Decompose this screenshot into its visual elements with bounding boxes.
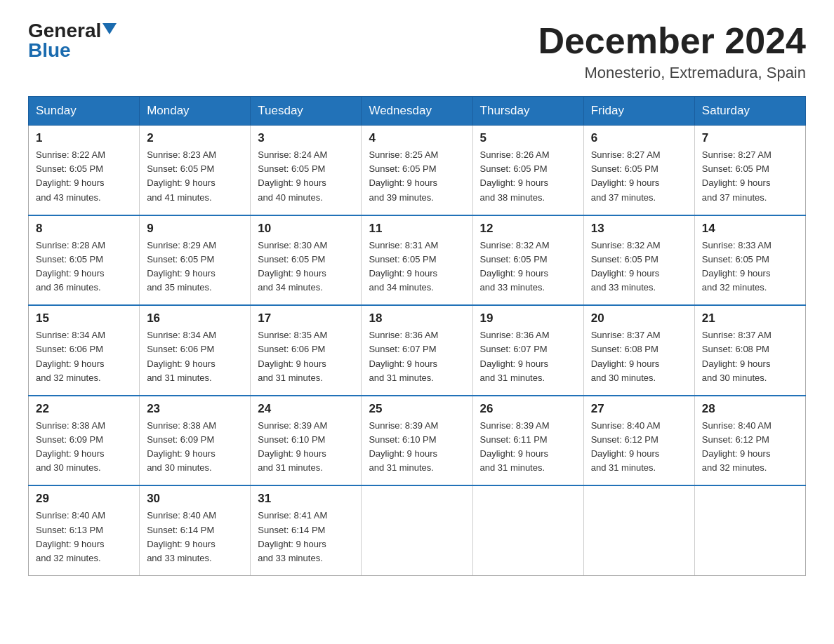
day-info: Sunrise: 8:35 AMSunset: 6:06 PMDaylight:… bbox=[258, 330, 327, 382]
calendar-cell: 29 Sunrise: 8:40 AMSunset: 6:13 PMDaylig… bbox=[29, 485, 140, 575]
day-number: 29 bbox=[36, 492, 132, 506]
calendar-cell: 18 Sunrise: 8:36 AMSunset: 6:07 PMDaylig… bbox=[362, 305, 472, 396]
calendar-cell: 10 Sunrise: 8:30 AMSunset: 6:05 PMDaylig… bbox=[251, 215, 362, 306]
day-info: Sunrise: 8:26 AMSunset: 6:05 PMDaylight:… bbox=[480, 149, 550, 202]
day-number: 15 bbox=[36, 311, 132, 326]
weekday-header-tuesday: Tuesday bbox=[251, 97, 362, 126]
calendar-cell: 13 Sunrise: 8:32 AMSunset: 6:05 PMDaylig… bbox=[583, 215, 694, 306]
calendar-cell: 16 Sunrise: 8:34 AMSunset: 6:06 PMDaylig… bbox=[140, 305, 251, 396]
day-info: Sunrise: 8:40 AMSunset: 6:13 PMDaylight:… bbox=[36, 510, 105, 563]
weekday-header-thursday: Thursday bbox=[472, 97, 583, 126]
weekday-header-sunday: Sunday bbox=[29, 97, 140, 126]
calendar-cell: 2 Sunrise: 8:23 AMSunset: 6:05 PMDayligh… bbox=[140, 126, 251, 215]
day-info: Sunrise: 8:40 AMSunset: 6:14 PMDaylight:… bbox=[147, 510, 216, 563]
day-number: 7 bbox=[702, 131, 798, 145]
day-number: 8 bbox=[36, 222, 132, 236]
calendar-cell: 23 Sunrise: 8:38 AMSunset: 6:09 PMDaylig… bbox=[140, 396, 251, 486]
calendar-week-row: 22 Sunrise: 8:38 AMSunset: 6:09 PMDaylig… bbox=[29, 396, 806, 486]
calendar-cell: 6 Sunrise: 8:27 AMSunset: 6:05 PMDayligh… bbox=[583, 126, 694, 215]
day-number: 31 bbox=[258, 492, 354, 506]
day-info: Sunrise: 8:24 AMSunset: 6:05 PMDaylight:… bbox=[258, 149, 327, 202]
calendar-cell: 14 Sunrise: 8:33 AMSunset: 6:05 PMDaylig… bbox=[694, 215, 805, 306]
day-info: Sunrise: 8:31 AMSunset: 6:05 PMDaylight:… bbox=[369, 240, 438, 293]
day-number: 4 bbox=[369, 131, 465, 145]
month-title: December 2024 bbox=[538, 21, 806, 61]
calendar-cell bbox=[694, 485, 805, 575]
calendar-cell: 3 Sunrise: 8:24 AMSunset: 6:05 PMDayligh… bbox=[251, 126, 362, 215]
location-title: Monesterio, Extremadura, Spain bbox=[538, 64, 806, 82]
day-number: 3 bbox=[258, 131, 354, 145]
day-info: Sunrise: 8:34 AMSunset: 6:06 PMDaylight:… bbox=[147, 330, 216, 382]
day-info: Sunrise: 8:39 AMSunset: 6:10 PMDaylight:… bbox=[369, 420, 438, 473]
day-info: Sunrise: 8:38 AMSunset: 6:09 PMDaylight:… bbox=[147, 420, 216, 473]
day-info: Sunrise: 8:38 AMSunset: 6:09 PMDaylight:… bbox=[36, 420, 105, 473]
day-number: 19 bbox=[480, 311, 576, 326]
calendar-cell bbox=[472, 485, 583, 575]
calendar-week-row: 1 Sunrise: 8:22 AMSunset: 6:05 PMDayligh… bbox=[29, 126, 806, 215]
weekday-header-saturday: Saturday bbox=[694, 97, 805, 126]
day-info: Sunrise: 8:40 AMSunset: 6:12 PMDaylight:… bbox=[702, 420, 772, 473]
day-number: 2 bbox=[147, 131, 243, 145]
day-number: 10 bbox=[258, 222, 354, 236]
day-number: 11 bbox=[369, 222, 465, 236]
day-number: 16 bbox=[147, 311, 243, 326]
day-info: Sunrise: 8:34 AMSunset: 6:06 PMDaylight:… bbox=[36, 330, 105, 382]
logo-blue-text: Blue bbox=[28, 41, 71, 60]
day-number: 30 bbox=[147, 492, 243, 506]
day-number: 26 bbox=[480, 402, 576, 416]
day-info: Sunrise: 8:27 AMSunset: 6:05 PMDaylight:… bbox=[702, 149, 772, 202]
day-number: 17 bbox=[258, 311, 354, 326]
logo-triangle-icon bbox=[102, 23, 117, 34]
calendar-cell: 17 Sunrise: 8:35 AMSunset: 6:06 PMDaylig… bbox=[251, 305, 362, 396]
weekday-header-monday: Monday bbox=[140, 97, 251, 126]
day-number: 12 bbox=[480, 222, 576, 236]
calendar-cell: 27 Sunrise: 8:40 AMSunset: 6:12 PMDaylig… bbox=[583, 396, 694, 486]
calendar-cell: 12 Sunrise: 8:32 AMSunset: 6:05 PMDaylig… bbox=[472, 215, 583, 306]
day-number: 20 bbox=[591, 311, 687, 326]
day-number: 25 bbox=[369, 402, 465, 416]
page-header: General Blue December 2024 Monesterio, E… bbox=[28, 21, 806, 82]
day-number: 22 bbox=[36, 402, 132, 416]
day-info: Sunrise: 8:32 AMSunset: 6:05 PMDaylight:… bbox=[480, 240, 550, 293]
calendar-week-row: 15 Sunrise: 8:34 AMSunset: 6:06 PMDaylig… bbox=[29, 305, 806, 396]
calendar-cell: 7 Sunrise: 8:27 AMSunset: 6:05 PMDayligh… bbox=[694, 126, 805, 215]
calendar-table: SundayMondayTuesdayWednesdayThursdayFrid… bbox=[28, 96, 806, 576]
day-number: 5 bbox=[480, 131, 576, 145]
calendar-cell bbox=[362, 485, 472, 575]
calendar-week-row: 8 Sunrise: 8:28 AMSunset: 6:05 PMDayligh… bbox=[29, 215, 806, 306]
calendar-cell: 25 Sunrise: 8:39 AMSunset: 6:10 PMDaylig… bbox=[362, 396, 472, 486]
day-info: Sunrise: 8:39 AMSunset: 6:11 PMDaylight:… bbox=[480, 420, 550, 473]
day-info: Sunrise: 8:28 AMSunset: 6:05 PMDaylight:… bbox=[36, 240, 105, 293]
day-number: 24 bbox=[258, 402, 354, 416]
day-info: Sunrise: 8:27 AMSunset: 6:05 PMDaylight:… bbox=[591, 149, 661, 202]
day-info: Sunrise: 8:40 AMSunset: 6:12 PMDaylight:… bbox=[591, 420, 661, 473]
weekday-header-wednesday: Wednesday bbox=[362, 97, 472, 126]
day-number: 18 bbox=[369, 311, 465, 326]
calendar-cell: 5 Sunrise: 8:26 AMSunset: 6:05 PMDayligh… bbox=[472, 126, 583, 215]
day-info: Sunrise: 8:37 AMSunset: 6:08 PMDaylight:… bbox=[702, 330, 772, 382]
day-number: 23 bbox=[147, 402, 243, 416]
calendar-cell: 8 Sunrise: 8:28 AMSunset: 6:05 PMDayligh… bbox=[29, 215, 140, 306]
calendar-cell: 31 Sunrise: 8:41 AMSunset: 6:14 PMDaylig… bbox=[251, 485, 362, 575]
day-number: 14 bbox=[702, 222, 798, 236]
title-block: December 2024 Monesterio, Extremadura, S… bbox=[538, 21, 806, 82]
weekday-header-friday: Friday bbox=[583, 97, 694, 126]
day-number: 13 bbox=[591, 222, 687, 236]
calendar-cell: 28 Sunrise: 8:40 AMSunset: 6:12 PMDaylig… bbox=[694, 396, 805, 486]
day-info: Sunrise: 8:23 AMSunset: 6:05 PMDaylight:… bbox=[147, 149, 216, 202]
logo-general-text: General bbox=[28, 21, 101, 41]
day-info: Sunrise: 8:36 AMSunset: 6:07 PMDaylight:… bbox=[480, 330, 550, 382]
calendar-cell: 24 Sunrise: 8:39 AMSunset: 6:10 PMDaylig… bbox=[251, 396, 362, 486]
calendar-cell: 19 Sunrise: 8:36 AMSunset: 6:07 PMDaylig… bbox=[472, 305, 583, 396]
day-number: 9 bbox=[147, 222, 243, 236]
day-info: Sunrise: 8:41 AMSunset: 6:14 PMDaylight:… bbox=[258, 510, 327, 563]
logo: General Blue bbox=[28, 21, 117, 60]
day-info: Sunrise: 8:36 AMSunset: 6:07 PMDaylight:… bbox=[369, 330, 438, 382]
day-info: Sunrise: 8:22 AMSunset: 6:05 PMDaylight:… bbox=[36, 149, 105, 202]
calendar-week-row: 29 Sunrise: 8:40 AMSunset: 6:13 PMDaylig… bbox=[29, 485, 806, 575]
day-number: 1 bbox=[36, 131, 132, 145]
calendar-cell: 21 Sunrise: 8:37 AMSunset: 6:08 PMDaylig… bbox=[694, 305, 805, 396]
calendar-cell: 20 Sunrise: 8:37 AMSunset: 6:08 PMDaylig… bbox=[583, 305, 694, 396]
day-number: 28 bbox=[702, 402, 798, 416]
calendar-cell: 9 Sunrise: 8:29 AMSunset: 6:05 PMDayligh… bbox=[140, 215, 251, 306]
